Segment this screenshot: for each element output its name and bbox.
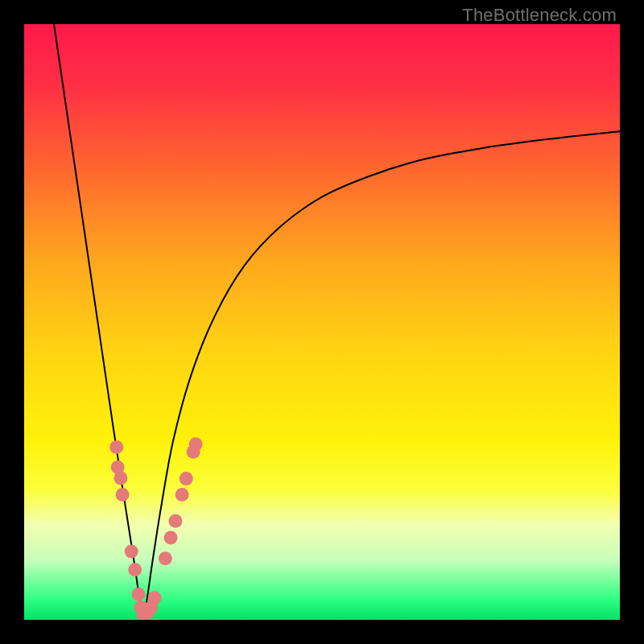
- marker-dot: [159, 551, 172, 565]
- marker-dot: [148, 591, 162, 605]
- watermark-text: TheBottleneck.com: [462, 5, 617, 26]
- bottleneck-curve: [54, 24, 620, 617]
- marker-dot: [114, 471, 127, 485]
- plot-area: [24, 24, 620, 620]
- marker-dot: [109, 440, 123, 454]
- marker-dot: [164, 530, 178, 544]
- marker-dot: [189, 437, 203, 451]
- curve-layer: [24, 24, 620, 620]
- marker-dot: [116, 488, 130, 502]
- highlight-markers: [109, 437, 202, 620]
- marker-dot: [168, 514, 182, 528]
- chart-frame: TheBottleneck.com: [0, 0, 644, 644]
- marker-dot: [128, 563, 142, 576]
- marker-dot: [175, 488, 189, 502]
- marker-dot: [180, 472, 193, 485]
- marker-dot: [125, 544, 138, 558]
- marker-dot: [132, 588, 146, 601]
